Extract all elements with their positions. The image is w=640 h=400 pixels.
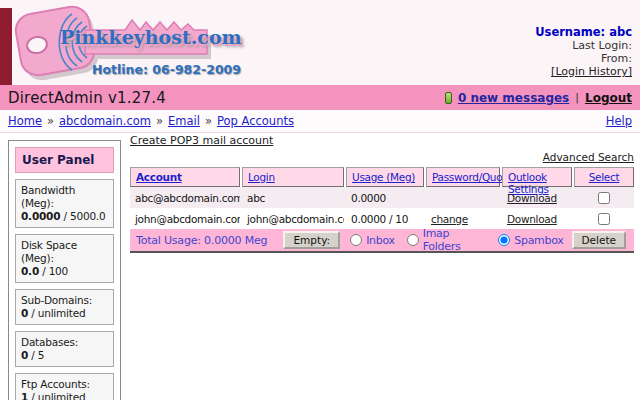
spambox-radio-label[interactable]: Spambox <box>514 234 563 247</box>
hotline-text: Hotline: 06-982-2009 <box>92 62 241 77</box>
select-checkbox[interactable] <box>598 192 610 204</box>
table-footer-row: Total Usage: 0.0000 Meg Empty: Inbox Ima… <box>130 229 634 253</box>
breadcrumb-home[interactable]: Home <box>8 114 42 128</box>
advanced-search-link[interactable]: Advanced Search <box>543 151 634 163</box>
pop-accounts-table: Account Login Usage (Meg) Password/Quota… <box>130 167 634 253</box>
cell-login: abc <box>242 190 344 206</box>
stat-used: 0.0000 <box>21 210 60 222</box>
empty-target-radios: Inbox Imap Folders Spambox <box>350 227 571 253</box>
inbox-radio[interactable] <box>350 234 362 246</box>
header-select: Select <box>574 167 634 187</box>
spambox-radio[interactable] <box>498 234 510 246</box>
cell-outlook: Download <box>502 211 572 227</box>
empty-button[interactable]: Empty: <box>283 231 340 249</box>
stat-label: Disk Space (Meg): <box>21 239 77 264</box>
titlebar-separator: | <box>575 91 579 104</box>
header-password-quota: Password/Quota <box>426 167 500 187</box>
stat-sub-domains: Sub-Domains: 0 / unlimited <box>15 289 114 325</box>
directadmin-page: Pinkkeyhost.com Hotline: 06-982-2009 Use… <box>0 0 640 400</box>
cell-login: john@abcdomain.com <box>242 211 344 227</box>
cell-account: abc@abcdomain.com <box>130 190 240 206</box>
new-messages-icon <box>445 92 452 104</box>
stat-limit: / unlimited <box>28 391 85 400</box>
cell-password-quota <box>426 196 500 200</box>
last-login-label: Last Login: <box>535 39 632 52</box>
stat-label: Sub-Domains: <box>21 294 92 306</box>
cell-usage: 0.0000 / 10 <box>346 211 424 227</box>
stat-label: Databases: <box>21 336 78 348</box>
cell-usage: 0.0000 <box>346 190 424 206</box>
stat-label: Ftp Accounts: <box>21 378 90 390</box>
total-usage-label: Total Usage: 0.0000 Meg <box>136 234 283 247</box>
download-link[interactable]: Download <box>507 192 557 204</box>
stat-ftp-accounts: Ftp Accounts: 1 / unlimited <box>15 373 114 400</box>
select-checkbox[interactable] <box>598 213 610 225</box>
stat-databases: Databases: 0 / 5 <box>15 331 114 367</box>
stat-bandwidth: Bandwidth (Meg): 0.0000 / 5000.0 <box>15 179 114 228</box>
titlebar: DirectAdmin v1.27.4 0 new messages | Log… <box>0 85 640 110</box>
stat-limit: / unlimited <box>28 307 85 319</box>
table-row: abc@abcdomain.com abc 0.0000 Download <box>130 187 634 208</box>
username-label: Username: abc <box>535 26 632 39</box>
stat-disk-space: Disk Space (Meg): 0.0 / 100 <box>15 234 114 283</box>
user-panel-sidebar: User Panel Bandwidth (Meg): 0.0000 / 500… <box>8 140 121 400</box>
site-header: Pinkkeyhost.com Hotline: 06-982-2009 Use… <box>0 0 640 85</box>
change-link[interactable]: change <box>431 213 468 225</box>
stat-used: 0.0 <box>21 265 39 277</box>
imap-folders-radio[interactable] <box>407 234 419 246</box>
header-select-link[interactable]: Select <box>589 171 620 183</box>
breadcrumb-domain[interactable]: abcdomain.com <box>59 114 151 128</box>
logout-link[interactable]: Logout <box>585 91 632 105</box>
header-login: Login <box>242 167 344 187</box>
stat-limit: / 100 <box>39 265 68 277</box>
table-row: john@abcdomain.com john@abcdomain.com 0.… <box>130 208 634 229</box>
header-account: Account <box>130 167 240 187</box>
stat-limit: / 5 <box>28 349 44 361</box>
pink-key-logo: Pinkkeyhost.com Hotline: 06-982-2009 <box>10 2 225 84</box>
breadcrumb-email[interactable]: Email <box>168 114 200 128</box>
header-login-link[interactable]: Login <box>248 171 275 183</box>
cell-select <box>574 189 634 206</box>
header-password-quota-link[interactable]: Password/Quota <box>432 171 512 183</box>
header-usage-link[interactable]: Usage (Meg) <box>352 171 415 183</box>
header-account-link[interactable]: Account <box>136 171 182 183</box>
from-label: From: <box>535 52 632 65</box>
imap-folders-radio-label[interactable]: Imap Folders <box>423 227 487 253</box>
stat-label: Bandwidth (Meg): <box>21 184 75 209</box>
breadcrumb-separator: » <box>205 114 212 128</box>
header-usage: Usage (Meg) <box>346 167 424 187</box>
cell-password-quota: change <box>426 211 500 227</box>
breadcrumb: Home » abcdomain.com » Email » Pop Accou… <box>0 110 640 133</box>
breadcrumb-separator: » <box>47 114 54 128</box>
cell-select <box>574 210 634 227</box>
app-title: DirectAdmin v1.27.4 <box>8 89 166 107</box>
help-link[interactable]: Help <box>606 114 632 128</box>
table-header-row: Account Login Usage (Meg) Password/Quota… <box>130 167 634 187</box>
download-link[interactable]: Download <box>507 213 557 225</box>
stat-limit: / 5000.0 <box>60 210 105 222</box>
main-content: Create POP3 mail account Advanced Search… <box>130 134 634 253</box>
cell-outlook: Download <box>502 190 572 206</box>
inbox-radio-label[interactable]: Inbox <box>366 234 395 247</box>
user-info-block: Username: abc Last Login: From: [Login H… <box>535 26 632 78</box>
login-history-link[interactable]: [Login History] <box>551 65 632 78</box>
cell-account: john@abcdomain.com <box>130 211 240 227</box>
header-outlook: Outlook Settings <box>502 167 572 187</box>
logo-text: Pinkkeyhost.com <box>60 26 242 48</box>
create-pop3-link[interactable]: Create POP3 mail account <box>130 134 273 147</box>
delete-button[interactable]: Delete <box>572 231 627 249</box>
user-panel-title: User Panel <box>15 147 114 173</box>
new-messages-link[interactable]: 0 new messages <box>458 91 569 105</box>
breadcrumb-separator: » <box>156 114 163 128</box>
breadcrumb-pop-accounts[interactable]: Pop Accounts <box>217 114 294 128</box>
